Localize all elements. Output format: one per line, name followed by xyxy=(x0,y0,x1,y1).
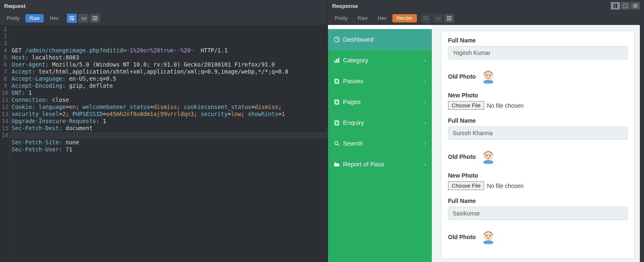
hamburger-icon xyxy=(93,16,98,20)
svg-rect-5 xyxy=(336,59,338,63)
render-content: Full Name Old Photo New Photo Choose Fil… xyxy=(432,25,644,262)
sidebar-item-enquiry[interactable]: Enquiry‹ xyxy=(328,112,432,133)
request-menu[interactable] xyxy=(90,14,100,23)
response-menu[interactable] xyxy=(444,14,454,23)
full-name-label: Full Name xyxy=(448,37,628,44)
wrap-toggle[interactable] xyxy=(67,14,77,23)
full-name-input[interactable] xyxy=(448,46,628,59)
old-photo-label: Old Photo xyxy=(448,150,628,164)
folder-icon xyxy=(334,161,340,167)
old-photo-label: Old Photo xyxy=(448,230,628,244)
topbar-pause-button[interactable] xyxy=(611,2,620,10)
full-name-input[interactable] xyxy=(448,207,628,220)
full-name-label: Full Name xyxy=(448,117,628,124)
chevron-left-icon: ‹ xyxy=(424,120,426,125)
avatar-icon xyxy=(482,69,494,84)
wrap-icon xyxy=(424,16,429,20)
topbar-menu-button[interactable] xyxy=(631,2,640,10)
svg-rect-0 xyxy=(614,4,615,8)
sidebar-item-dashboard[interactable]: Dashboard xyxy=(328,29,432,50)
chevron-left-icon: ‹ xyxy=(424,162,426,167)
topbar-layout-button[interactable] xyxy=(621,2,630,10)
dashboard-icon xyxy=(334,37,340,42)
resp-tab-hex[interactable]: Hex xyxy=(373,14,390,22)
copy-icon xyxy=(334,99,340,105)
wrap-icon xyxy=(69,16,74,20)
request-editor[interactable]: 12345678910111213141516 GET /admin/chang… xyxy=(0,25,327,262)
request-body[interactable]: GET /admin/changeimage.php?editid=-1%20o… xyxy=(10,25,327,262)
svg-rect-2 xyxy=(623,4,627,8)
chevron-left-icon: ‹ xyxy=(424,58,426,63)
pause-icon xyxy=(613,4,617,8)
choose-file-button[interactable]: Choose File xyxy=(448,101,484,110)
file-status-text: No file chosen xyxy=(487,183,524,189)
sidebar-item-label: Pages xyxy=(343,98,361,105)
resp-show-newlines[interactable]: \n xyxy=(433,14,443,23)
svg-point-13 xyxy=(335,141,338,145)
resp-tab-pretty[interactable]: Pretty xyxy=(331,14,352,22)
tab-hex[interactable]: Hex xyxy=(45,14,62,22)
sidebar-item-category[interactable]: Category‹ xyxy=(328,50,432,71)
search-icon xyxy=(334,141,340,146)
copy-icon xyxy=(334,120,340,126)
choose-file-button[interactable]: Choose File xyxy=(448,181,484,190)
sidebar-item-label: Dashboard xyxy=(343,36,373,43)
svg-rect-4 xyxy=(334,61,335,63)
resp-tab-render[interactable]: Render xyxy=(392,14,417,22)
sidebar-item-label: Passes xyxy=(343,77,363,84)
full-name-label: Full Name xyxy=(448,198,628,204)
sidebar-item-report-of-pass[interactable]: Report of Pass‹ xyxy=(328,154,432,174)
old-photo-label: Old Photo xyxy=(448,69,628,84)
sidebar-item-label: Category xyxy=(343,57,368,64)
avatar-icon xyxy=(482,150,494,164)
chevron-left-icon: ‹ xyxy=(424,79,426,84)
request-toolbar: Pretty Raw Hex \n xyxy=(0,12,327,25)
hamburger-icon xyxy=(633,4,637,8)
line-gutter: 12345678910111213141516 xyxy=(0,25,10,262)
sidebar-item-label: Search xyxy=(343,140,363,147)
full-name-input[interactable] xyxy=(448,126,628,140)
copy-icon xyxy=(334,78,340,84)
new-photo-label: New Photo xyxy=(448,92,628,99)
hamburger-icon xyxy=(447,16,452,20)
resp-tab-raw[interactable]: Raw xyxy=(353,14,372,22)
request-header: Request xyxy=(0,0,327,12)
svg-rect-1 xyxy=(616,4,617,8)
chart-icon xyxy=(334,57,340,63)
render-logo-strip xyxy=(328,25,432,29)
sidebar-item-label: Enquiry xyxy=(343,119,364,126)
avatar-icon xyxy=(482,230,494,244)
sidebar-item-search[interactable]: Search‹ xyxy=(328,133,432,154)
chevron-left-icon: ‹ xyxy=(424,141,426,146)
tab-pretty[interactable]: Pretty xyxy=(2,14,24,22)
response-header: Response xyxy=(328,0,644,12)
file-status-text: No file chosen xyxy=(487,102,524,109)
render-preview: DashboardCategory‹Passes‹Pages‹Enquiry‹S… xyxy=(328,25,644,262)
sidebar-item-pages[interactable]: Pages‹ xyxy=(328,91,432,112)
chevron-left-icon: ‹ xyxy=(424,99,426,104)
response-toolbar: Pretty Raw Hex Render \n xyxy=(328,12,644,25)
layout-icon xyxy=(623,4,627,8)
request-title: Request xyxy=(4,3,25,9)
show-newlines[interactable]: \n xyxy=(78,14,88,23)
tab-raw[interactable]: Raw xyxy=(25,14,44,22)
sidebar-item-passes[interactable]: Passes‹ xyxy=(328,71,432,91)
render-sidebar: DashboardCategory‹Passes‹Pages‹Enquiry‹S… xyxy=(328,25,432,262)
sidebar-item-label: Report of Pass xyxy=(343,161,384,168)
response-scrollbar[interactable] xyxy=(640,25,644,262)
svg-rect-6 xyxy=(338,58,339,63)
response-title: Response xyxy=(332,3,358,9)
new-photo-label: New Photo xyxy=(448,172,628,179)
render-card: Full Name Old Photo New Photo Choose Fil… xyxy=(441,31,635,259)
resp-wrap-toggle[interactable] xyxy=(421,14,431,23)
